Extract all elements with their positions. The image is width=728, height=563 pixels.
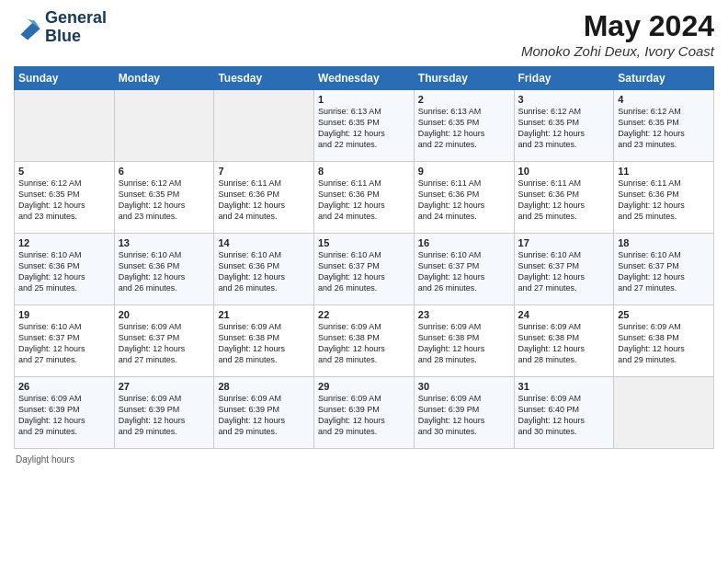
day-info: Sunrise: 6:10 AM Sunset: 6:37 PM Dayligh… xyxy=(18,321,110,366)
day-info: Sunrise: 6:09 AM Sunset: 6:40 PM Dayligh… xyxy=(518,393,610,438)
title-block: May 2024 Monoko Zohi Deux, Ivory Coast xyxy=(521,9,714,59)
calendar-cell: 1Sunrise: 6:13 AM Sunset: 6:35 PM Daylig… xyxy=(314,90,415,162)
day-info: Sunrise: 6:09 AM Sunset: 6:37 PM Dayligh… xyxy=(119,321,210,366)
day-info: Sunrise: 6:11 AM Sunset: 6:36 PM Dayligh… xyxy=(618,178,710,223)
day-info: Sunrise: 6:13 AM Sunset: 6:35 PM Dayligh… xyxy=(418,106,510,151)
day-number: 16 xyxy=(418,237,510,248)
day-number: 4 xyxy=(618,94,710,105)
day-number: 1 xyxy=(318,94,410,105)
day-number: 27 xyxy=(119,381,210,392)
day-number: 5 xyxy=(18,166,110,177)
calendar-cell: 20Sunrise: 6:09 AM Sunset: 6:37 PM Dayli… xyxy=(114,305,214,377)
day-number: 10 xyxy=(518,166,610,177)
day-number: 17 xyxy=(518,237,610,248)
sub-title: Monoko Zohi Deux, Ivory Coast xyxy=(521,43,714,59)
day-number: 21 xyxy=(218,309,310,320)
day-number: 14 xyxy=(218,237,310,248)
day-number: 15 xyxy=(318,237,410,248)
calendar-cell: 9Sunrise: 6:11 AM Sunset: 6:36 PM Daylig… xyxy=(414,162,514,234)
day-number: 13 xyxy=(119,237,210,248)
logo-text: General Blue xyxy=(45,9,107,46)
day-info: Sunrise: 6:11 AM Sunset: 6:36 PM Dayligh… xyxy=(318,178,410,223)
header-row: SundayMondayTuesdayWednesdayThursdayFrid… xyxy=(15,67,714,90)
day-info: Sunrise: 6:09 AM Sunset: 6:38 PM Dayligh… xyxy=(318,321,410,366)
day-number: 26 xyxy=(18,381,110,392)
day-info: Sunrise: 6:11 AM Sunset: 6:36 PM Dayligh… xyxy=(218,178,310,223)
calendar-cell xyxy=(114,90,214,162)
day-number: 3 xyxy=(518,94,610,105)
day-number: 6 xyxy=(119,166,210,177)
calendar-cell: 17Sunrise: 6:10 AM Sunset: 6:37 PM Dayli… xyxy=(514,234,614,305)
col-header-tuesday: Tuesday xyxy=(214,67,314,90)
logo: General Blue xyxy=(14,9,107,46)
day-number: 12 xyxy=(18,237,110,248)
day-info: Sunrise: 6:09 AM Sunset: 6:38 PM Dayligh… xyxy=(518,321,610,366)
day-number: 22 xyxy=(318,309,410,320)
daylight-label: Daylight hours xyxy=(16,454,74,465)
svg-marker-0 xyxy=(21,20,40,40)
week-row-5: 26Sunrise: 6:09 AM Sunset: 6:39 PM Dayli… xyxy=(15,377,714,449)
logo-line2: Blue xyxy=(45,28,107,46)
col-header-saturday: Saturday xyxy=(614,67,714,90)
calendar-header: SundayMondayTuesdayWednesdayThursdayFrid… xyxy=(15,67,714,90)
calendar-cell: 22Sunrise: 6:09 AM Sunset: 6:38 PM Dayli… xyxy=(314,305,415,377)
calendar-cell: 18Sunrise: 6:10 AM Sunset: 6:37 PM Dayli… xyxy=(614,234,714,305)
day-info: Sunrise: 6:10 AM Sunset: 6:37 PM Dayligh… xyxy=(518,249,610,294)
col-header-sunday: Sunday xyxy=(15,67,115,90)
calendar-cell xyxy=(15,90,115,162)
week-row-4: 19Sunrise: 6:10 AM Sunset: 6:37 PM Dayli… xyxy=(15,305,714,377)
calendar-cell: 13Sunrise: 6:10 AM Sunset: 6:36 PM Dayli… xyxy=(114,234,214,305)
calendar-cell: 15Sunrise: 6:10 AM Sunset: 6:37 PM Dayli… xyxy=(314,234,415,305)
calendar-cell: 19Sunrise: 6:10 AM Sunset: 6:37 PM Dayli… xyxy=(15,305,115,377)
day-info: Sunrise: 6:12 AM Sunset: 6:35 PM Dayligh… xyxy=(119,178,210,223)
col-header-friday: Friday xyxy=(514,67,614,90)
day-info: Sunrise: 6:12 AM Sunset: 6:35 PM Dayligh… xyxy=(618,106,710,151)
day-number: 19 xyxy=(18,309,110,320)
day-number: 18 xyxy=(618,237,710,248)
day-number: 23 xyxy=(418,309,510,320)
col-header-thursday: Thursday xyxy=(414,67,514,90)
col-header-monday: Monday xyxy=(114,67,214,90)
calendar-cell: 7Sunrise: 6:11 AM Sunset: 6:36 PM Daylig… xyxy=(214,162,314,234)
calendar-cell xyxy=(614,377,714,449)
day-info: Sunrise: 6:13 AM Sunset: 6:35 PM Dayligh… xyxy=(318,106,410,151)
calendar-cell: 27Sunrise: 6:09 AM Sunset: 6:39 PM Dayli… xyxy=(114,377,214,449)
day-number: 2 xyxy=(418,94,510,105)
day-info: Sunrise: 6:10 AM Sunset: 6:37 PM Dayligh… xyxy=(618,249,710,294)
calendar-cell: 12Sunrise: 6:10 AM Sunset: 6:36 PM Dayli… xyxy=(15,234,115,305)
day-number: 8 xyxy=(318,166,410,177)
calendar-cell: 16Sunrise: 6:10 AM Sunset: 6:37 PM Dayli… xyxy=(414,234,514,305)
calendar-cell: 26Sunrise: 6:09 AM Sunset: 6:39 PM Dayli… xyxy=(15,377,115,449)
calendar-cell: 21Sunrise: 6:09 AM Sunset: 6:38 PM Dayli… xyxy=(214,305,314,377)
calendar-cell: 23Sunrise: 6:09 AM Sunset: 6:38 PM Dayli… xyxy=(414,305,514,377)
week-row-1: 1Sunrise: 6:13 AM Sunset: 6:35 PM Daylig… xyxy=(15,90,714,162)
day-number: 28 xyxy=(218,381,310,392)
day-info: Sunrise: 6:10 AM Sunset: 6:37 PM Dayligh… xyxy=(318,249,410,294)
day-info: Sunrise: 6:12 AM Sunset: 6:35 PM Dayligh… xyxy=(518,106,610,151)
calendar-cell: 4Sunrise: 6:12 AM Sunset: 6:35 PM Daylig… xyxy=(614,90,714,162)
calendar-cell xyxy=(214,90,314,162)
day-number: 30 xyxy=(418,381,510,392)
day-info: Sunrise: 6:09 AM Sunset: 6:39 PM Dayligh… xyxy=(418,393,510,438)
day-info: Sunrise: 6:09 AM Sunset: 6:38 PM Dayligh… xyxy=(418,321,510,366)
calendar-table: SundayMondayTuesdayWednesdayThursdayFrid… xyxy=(14,66,714,449)
day-number: 25 xyxy=(618,309,710,320)
calendar-cell: 24Sunrise: 6:09 AM Sunset: 6:38 PM Dayli… xyxy=(514,305,614,377)
day-number: 20 xyxy=(119,309,210,320)
footer: Daylight hours xyxy=(14,454,714,465)
day-info: Sunrise: 6:09 AM Sunset: 6:39 PM Dayligh… xyxy=(318,393,410,438)
day-number: 29 xyxy=(318,381,410,392)
week-row-2: 5Sunrise: 6:12 AM Sunset: 6:35 PM Daylig… xyxy=(15,162,714,234)
calendar-cell: 25Sunrise: 6:09 AM Sunset: 6:38 PM Dayli… xyxy=(614,305,714,377)
day-number: 11 xyxy=(618,166,710,177)
header: General Blue May 2024 Monoko Zohi Deux, … xyxy=(14,9,714,59)
day-info: Sunrise: 6:09 AM Sunset: 6:39 PM Dayligh… xyxy=(218,393,310,438)
generalblue-logo-icon xyxy=(14,14,41,41)
logo-line1: General xyxy=(45,9,107,28)
page: General Blue May 2024 Monoko Zohi Deux, … xyxy=(0,0,728,563)
calendar-cell: 11Sunrise: 6:11 AM Sunset: 6:36 PM Dayli… xyxy=(614,162,714,234)
day-number: 9 xyxy=(418,166,510,177)
day-info: Sunrise: 6:09 AM Sunset: 6:39 PM Dayligh… xyxy=(18,393,110,438)
calendar-cell: 10Sunrise: 6:11 AM Sunset: 6:36 PM Dayli… xyxy=(514,162,614,234)
day-info: Sunrise: 6:12 AM Sunset: 6:35 PM Dayligh… xyxy=(18,178,110,223)
